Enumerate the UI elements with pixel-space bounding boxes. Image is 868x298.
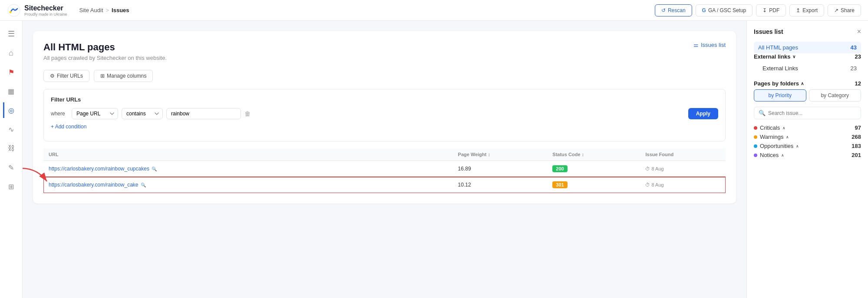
- panel-close-button[interactable]: ×: [857, 28, 861, 36]
- panel-title: Issues list: [754, 28, 783, 35]
- notices-dot: [754, 154, 757, 157]
- sidebar-item-chart[interactable]: ▦: [3, 83, 19, 99]
- table-container: URL Page Weight ↕ Status Code ↕ Issue Fo…: [43, 148, 726, 193]
- brand-logo-icon: [7, 3, 21, 17]
- sidebar-item-activity[interactable]: ◎: [3, 102, 19, 118]
- criticals-dot: [754, 126, 757, 130]
- external-links-label[interactable]: External links ∨: [754, 53, 795, 60]
- chevron-down-icon: ∨: [792, 54, 795, 59]
- chevron-up-warnings-icon: ∧: [786, 135, 789, 139]
- sidebar-item-groups[interactable]: ⊞: [3, 179, 19, 194]
- add-condition-button[interactable]: + Add condition: [51, 124, 86, 130]
- notices-label[interactable]: Notices ∧: [754, 152, 784, 158]
- external-links-sub-label: External Links: [762, 65, 798, 72]
- filter-add-condition-row: + Add condition: [51, 124, 718, 130]
- criticals-row: Criticals ∧ 97: [754, 124, 861, 131]
- manage-columns-button[interactable]: ⊞ Manage columns: [94, 70, 153, 82]
- filter-urls-button[interactable]: ⚙ Filter URLs: [43, 70, 89, 82]
- sidebar-item-menu[interactable]: ☰: [3, 26, 19, 42]
- warnings-row: Warnings ∧ 268: [754, 134, 861, 140]
- notices-count: 201: [851, 152, 861, 158]
- status-code-cell-highlighted: 301: [547, 177, 640, 193]
- filter-condition-select[interactable]: contains equals starts with: [122, 108, 163, 119]
- opportunities-dot: [754, 144, 757, 148]
- sidebar-item-links[interactable]: ⛓: [3, 141, 19, 156]
- filter-field-select[interactable]: Page URL Status Code Title: [72, 108, 118, 119]
- all-html-label: All HTML pages: [758, 44, 798, 51]
- sidebar-item-flag[interactable]: ⚑: [3, 64, 19, 80]
- issue-found-date-highlighted: ⏱ 8 Aug: [645, 182, 720, 187]
- criticals-count: 97: [855, 124, 861, 131]
- sidebar: ☰ ⌂ ⚑ ▦ ◎ ∿ ⛓ ✎ ⊞: [0, 21, 23, 298]
- issues-list-toggle-button[interactable]: ⚌ Issues list: [693, 42, 726, 48]
- by-priority-tab[interactable]: by Priority: [754, 89, 806, 102]
- pages-folders-count: 12: [855, 80, 861, 87]
- filter-title: Filter URLs: [51, 96, 718, 103]
- right-panel: Issues list × All HTML pages 43 External…: [746, 21, 868, 298]
- warnings-dot: [754, 135, 757, 139]
- url-cell-highlighted: https://carlosbakery.com/rainbow_cake 🔍: [43, 177, 453, 193]
- sidebar-item-analytics[interactable]: ∿: [3, 121, 19, 137]
- brand-logo-area: Sitechecker Proudly made in Ukraine: [7, 3, 67, 17]
- warnings-count: 268: [851, 134, 861, 140]
- breadcrumb: Site Audit > Issues: [79, 7, 129, 13]
- panel-item-all-html[interactable]: All HTML pages 43: [754, 42, 861, 53]
- col-page-weight: Page Weight ↕: [453, 148, 548, 161]
- external-link-icon: 🔍: [152, 167, 157, 171]
- panel-pages-folders-section: Pages by folders ∧ 12 by Priority by Cat…: [754, 80, 861, 158]
- search-icon: 🔍: [759, 110, 766, 116]
- warnings-label[interactable]: Warnings ∧: [754, 134, 789, 140]
- notices-row: Notices ∧ 201: [754, 152, 861, 158]
- breadcrumb-separator: >: [106, 7, 109, 13]
- criticals-label[interactable]: Criticals ∧: [754, 124, 785, 131]
- issues-list: Criticals ∧ 97 Warnings ∧ 268 Opportunit…: [754, 124, 861, 158]
- pages-table: URL Page Weight ↕ Status Code ↕ Issue Fo…: [43, 148, 726, 193]
- status-code-cell: 200: [547, 161, 640, 177]
- card-header-actions: ⚌ Issues list: [693, 42, 726, 48]
- search-issue-input[interactable]: [768, 110, 856, 116]
- page-title: All HTML pages: [43, 42, 726, 53]
- chevron-up-icon: ∧: [801, 81, 804, 86]
- panel-item-external-links[interactable]: External Links 23: [754, 62, 861, 74]
- filter-value-input[interactable]: [166, 108, 241, 119]
- google-icon: G: [702, 7, 706, 13]
- filter-urls-icon: ⚙: [50, 73, 55, 79]
- main-layout: ☰ ⌂ ⚑ ▦ ◎ ∿ ⛓ ✎ ⊞ ⚌ Issues list All HTML…: [0, 21, 868, 298]
- rescan-button[interactable]: ↺ Rescan: [655, 4, 692, 16]
- share-button[interactable]: ↗ Share: [828, 4, 861, 16]
- ga-gsc-setup-button[interactable]: G GA / GSC Setup: [696, 4, 753, 16]
- external-links-sub-count: 23: [851, 65, 857, 72]
- url-cell: https://carlosbakery.com/rainbow_cupcake…: [43, 161, 453, 177]
- by-category-tab[interactable]: by Category: [809, 89, 861, 102]
- pages-folders-label[interactable]: Pages by folders ∧: [754, 80, 804, 87]
- issue-found-date: ⏱ 8 Aug: [645, 166, 720, 171]
- col-status-code: Status Code ↕: [547, 148, 640, 161]
- pdf-icon: ↧: [762, 7, 767, 13]
- table-row: https://carlosbakery.com/rainbow_cupcake…: [43, 161, 726, 177]
- status-badge: 200: [552, 165, 567, 172]
- col-url: URL: [43, 148, 453, 161]
- status-badge-highlighted: 301: [552, 181, 567, 188]
- filter-where-label: where: [51, 111, 68, 117]
- highlighted-table-row: https://carlosbakery.com/rainbow_cake 🔍 …: [43, 177, 726, 193]
- external-links-header: External links ∨ 23: [754, 53, 861, 60]
- opportunities-label[interactable]: Opportunities ∧: [754, 143, 799, 149]
- issue-found-cell: ⏱ 8 Aug: [640, 161, 726, 177]
- page-url-link[interactable]: https://carlosbakery.com/rainbow_cupcake…: [49, 166, 448, 172]
- sidebar-item-home[interactable]: ⌂: [3, 45, 19, 61]
- columns-icon: ⊞: [100, 73, 105, 79]
- page-weight-cell: 16.89: [453, 161, 548, 177]
- highlighted-page-url-link[interactable]: https://carlosbakery.com/rainbow_cake 🔍: [49, 182, 448, 188]
- pdf-button[interactable]: ↧ PDF: [756, 4, 786, 16]
- opportunities-row: Opportunities ∧ 183: [754, 143, 861, 149]
- sidebar-item-tools[interactable]: ✎: [3, 160, 19, 175]
- chevron-up-criticals-icon: ∧: [782, 126, 785, 130]
- export-button[interactable]: ↥ Export: [789, 4, 824, 16]
- brand-tagline: Proudly made in Ukraine: [24, 12, 67, 16]
- filter-apply-button[interactable]: Apply: [688, 108, 718, 119]
- search-box: 🔍: [754, 107, 861, 119]
- external-links-count: 23: [855, 53, 861, 60]
- filter-delete-button[interactable]: 🗑: [244, 110, 251, 117]
- breadcrumb-parent[interactable]: Site Audit: [79, 7, 103, 13]
- chevron-up-notices-icon: ∧: [781, 153, 784, 157]
